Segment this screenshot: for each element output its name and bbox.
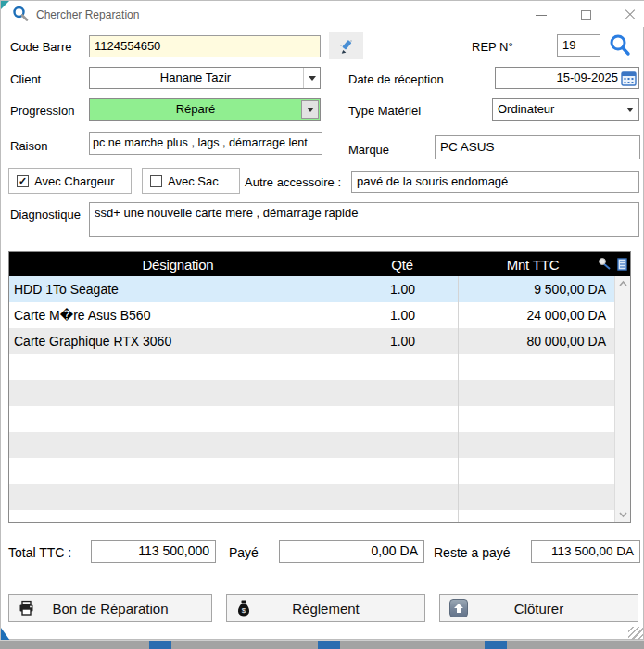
maximize-icon	[581, 10, 591, 20]
client-combo[interactable]: Hanane Tazir	[89, 67, 321, 89]
marque-label: Marque	[348, 143, 389, 157]
total-ttc-label: Total TTC :	[8, 545, 71, 560]
diagnostique-label: Diagnostique	[10, 208, 81, 222]
money-bag-icon: $	[236, 600, 251, 617]
cell-mnt-ttc[interactable]	[458, 510, 615, 523]
minimize-button[interactable]	[527, 5, 555, 25]
avec-sac-checkbox[interactable]	[150, 175, 162, 187]
cell-mnt-ttc[interactable]	[458, 458, 615, 484]
type-materiel-combo[interactable]: Ordinateur	[492, 98, 639, 121]
close-button[interactable]	[616, 5, 644, 25]
cell-qte[interactable]	[347, 406, 458, 432]
cell-designation[interactable]: Carte Graphique RTX 3060	[9, 334, 347, 349]
maximize-button[interactable]	[572, 5, 600, 25]
close-icon	[625, 9, 636, 20]
cell-qte[interactable]	[347, 510, 458, 523]
table-row[interactable]	[9, 510, 615, 523]
scroll-up-icon[interactable]	[619, 280, 627, 288]
paye-label: Payé	[229, 545, 259, 560]
cell-qte[interactable]: 1.00	[347, 328, 458, 354]
reste-a-paye-field[interactable]: 113 500,00 DA	[531, 540, 640, 563]
chevron-down-icon[interactable]	[622, 99, 638, 120]
table-row[interactable]	[9, 380, 615, 406]
cell-qte[interactable]	[347, 484, 458, 510]
pin-icon[interactable]	[598, 257, 612, 272]
table-row[interactable]	[9, 484, 615, 510]
code-barre-input[interactable]: 1124554650	[89, 35, 321, 57]
svg-text:$: $	[242, 606, 246, 615]
cell-qte[interactable]	[347, 432, 458, 458]
client-value: Hanane Tazir	[90, 68, 301, 88]
repair-search-window: Chercher Reparation Code Barre 112455465…	[0, 0, 644, 640]
table-row[interactable]: Carte M�re Asus B5601.0024 000,00 DA	[9, 302, 615, 328]
avec-chargeur-checkbox[interactable]: ✓	[17, 175, 29, 187]
cell-designation[interactable]: Carte M�re Asus B560	[9, 308, 347, 323]
date-reception-picker[interactable]: 15-09-2025	[495, 67, 639, 89]
background-strip-segment	[318, 641, 340, 649]
avec-sac-label: Avec Sac	[168, 174, 219, 188]
table-row[interactable]	[9, 406, 615, 432]
paye-field[interactable]: 0,00 DA	[279, 540, 424, 563]
edit-barcode-button[interactable]	[329, 32, 363, 59]
avec-chargeur-label: Avec Chargeur	[34, 174, 114, 188]
items-table: Désignation Qté Mnt TTC HDD 1To Seagate1…	[8, 251, 631, 523]
col-header-mnt[interactable]: Mnt TTC	[458, 257, 608, 273]
cell-qte[interactable]	[347, 458, 458, 484]
progression-combo[interactable]: Réparé	[89, 98, 321, 121]
bon-de-reparation-button[interactable]: Bon de Réparation	[8, 594, 212, 622]
cell-mnt-ttc[interactable]: 24 000,00 DA	[458, 302, 615, 328]
cell-designation[interactable]: HDD 1To Seagate	[9, 282, 347, 297]
window-search-icon	[12, 6, 29, 26]
reste-a-paye-label: Reste a payé	[434, 545, 511, 560]
table-scrollbar[interactable]	[614, 276, 630, 523]
cell-mnt-ttc[interactable]	[458, 406, 615, 432]
progression-label: Progression	[10, 104, 74, 118]
avec-chargeur-group[interactable]: ✓ Avec Chargeur	[8, 168, 132, 194]
rep-number-input[interactable]: 19	[557, 34, 600, 57]
chevron-down-icon[interactable]	[303, 68, 320, 88]
pencil-icon	[337, 37, 356, 56]
rep-number-label: REP N°	[472, 40, 513, 54]
table-header[interactable]: Désignation Qté Mnt TTC	[9, 252, 630, 276]
table-row[interactable]: Carte Graphique RTX 30601.0080 000,00 DA	[9, 328, 615, 354]
cell-mnt-ttc[interactable]	[458, 432, 615, 458]
date-reception-value: 15-09-2025	[496, 68, 618, 88]
avec-sac-group[interactable]: Avec Sac	[142, 168, 240, 194]
table-row[interactable]	[9, 432, 615, 458]
reglement-button[interactable]: $ Règlement	[226, 594, 425, 622]
calendar-icon[interactable]	[621, 70, 637, 93]
background-strip-segment	[485, 641, 507, 649]
printer-icon	[19, 601, 34, 617]
table-row[interactable]	[9, 354, 615, 380]
chevron-down-icon[interactable]	[301, 100, 319, 119]
autre-accessoire-input[interactable]: pavé de la souris endomagé	[351, 171, 639, 193]
col-header-designation[interactable]: Désignation	[9, 257, 347, 273]
table-row[interactable]	[9, 458, 615, 484]
marque-input[interactable]: PC ASUS	[435, 135, 640, 159]
diagnostique-textarea[interactable]: ssd+ une nouvelle carte mere , démarrage…	[89, 202, 639, 237]
raison-label: Raison	[10, 139, 47, 153]
cell-mnt-ttc[interactable]	[458, 380, 615, 406]
raison-input[interactable]: pc ne marche plus , lags , démarrage len…	[89, 132, 322, 155]
scroll-down-icon[interactable]	[619, 511, 627, 519]
progression-value: Réparé	[90, 99, 301, 120]
col-header-qte[interactable]: Qté	[347, 257, 458, 273]
cell-mnt-ttc[interactable]: 9 500,00 DA	[458, 276, 615, 302]
cell-mnt-ttc[interactable]: 80 000,00 DA	[458, 328, 615, 354]
title-bar[interactable]: Chercher Reparation	[1, 1, 644, 27]
filter-icon[interactable]	[616, 258, 628, 272]
cell-mnt-ttc[interactable]	[458, 354, 615, 380]
cloturer-button[interactable]: Clôturer	[439, 594, 638, 622]
background-artifact	[1, 628, 10, 641]
cell-qte[interactable]: 1.00	[347, 302, 458, 328]
cell-qte[interactable]	[347, 380, 458, 406]
cell-qte[interactable]	[347, 354, 458, 380]
cell-mnt-ttc[interactable]	[458, 484, 615, 510]
resize-grip[interactable]	[628, 627, 643, 641]
code-barre-label: Code Barre	[10, 40, 71, 54]
rep-search-button[interactable]	[608, 33, 632, 61]
background-strip-segment	[149, 641, 171, 649]
total-ttc-field[interactable]: 113 500,000	[91, 540, 216, 563]
cell-qte[interactable]: 1.00	[347, 276, 458, 302]
table-row[interactable]: HDD 1To Seagate1.009 500,00 DA	[9, 276, 615, 302]
